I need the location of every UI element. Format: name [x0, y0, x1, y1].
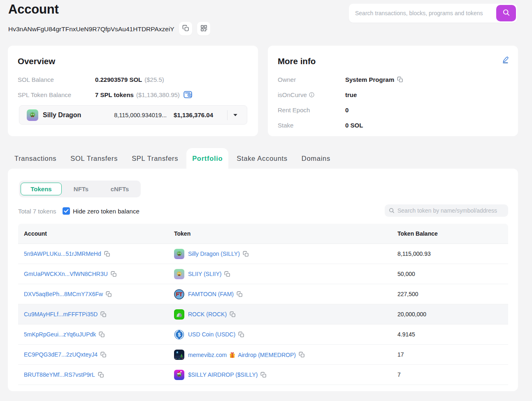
token-link[interactable]: USD Coin (USDC): [188, 331, 235, 338]
copy-account-icon[interactable]: [106, 291, 112, 297]
copy-account-icon[interactable]: [104, 251, 110, 257]
copy-token-icon[interactable]: [230, 311, 236, 318]
tab-domains[interactable]: Domains: [296, 148, 336, 169]
copy-icon: [182, 25, 189, 33]
token-icon-famtoon: FT: [174, 289, 184, 299]
account-link[interactable]: Cu9MAyHFLf...mFFFTPi35D: [24, 311, 98, 318]
account-address: Hv3nANwFgU84grTFnxUeN9R7QfpVsAu41HTDRPAx…: [8, 25, 174, 33]
copy-account-icon[interactable]: [100, 352, 107, 358]
isoncurve-value: true: [345, 91, 357, 98]
column-header-token-balance: Token Balance: [392, 230, 508, 237]
tab-transactions[interactable]: Transactions: [9, 148, 62, 169]
qr-code-icon: [200, 25, 207, 33]
copy-token-icon[interactable]: [260, 372, 267, 378]
token-balance-value: 7: [397, 371, 401, 378]
wallet-icon[interactable]: [184, 91, 192, 98]
tab-portfolio[interactable]: Portfolio: [186, 148, 228, 169]
token-search: [385, 204, 508, 217]
token-icon-silly_airdrop: [174, 370, 184, 380]
subtab-cnfts[interactable]: cNFTs: [100, 183, 139, 195]
qr-code-button[interactable]: [197, 22, 210, 35]
copy-account-icon[interactable]: [99, 331, 105, 338]
chevron-down-icon: [228, 114, 243, 117]
tab-sol-transfers[interactable]: SOL Transfers: [65, 148, 123, 169]
stake-value: 0 SOL: [345, 122, 363, 129]
copy-token-icon[interactable]: [243, 251, 249, 257]
more-info-card: More info Owner System Program isOnCurve…: [268, 46, 518, 136]
token-selector-amount: 8,115,000.934019...: [114, 112, 167, 118]
token-balance-value: 227,500: [397, 291, 418, 297]
hide-zero-label: Hide zero token balance: [73, 208, 139, 215]
column-header-account: Account: [18, 230, 168, 237]
spl-token-balance-usd: ($1,136,380.95): [136, 91, 180, 98]
overview-title: Overview: [18, 56, 55, 66]
token-icon-usdc: $: [174, 329, 184, 340]
subtab-nfts[interactable]: NFTs: [62, 183, 100, 195]
hide-zero-checkbox[interactable]: [63, 207, 70, 215]
token-balance-value: 8,115,000.93: [397, 250, 431, 257]
account-link[interactable]: BRUT88eYMf...RS7vstP9rL: [24, 371, 95, 378]
portfolio-panel: TokensNFTscNFTs Total 7 tokens Hide zero…: [8, 169, 518, 391]
copy-token-icon[interactable]: [299, 352, 305, 358]
token-link[interactable]: FAMTOON (FAM): [188, 291, 234, 297]
svg-text:$: $: [178, 331, 181, 337]
token-link[interactable]: $SILLY AIRDROP ($SILLY): [188, 371, 258, 378]
token-balance-value: 50,000: [397, 271, 415, 277]
isoncurve-label: isOnCurve: [278, 91, 345, 98]
account-link[interactable]: DXV5aqBePh...8MCmY7X6Fw: [24, 291, 103, 297]
table-row: GmUaPWCKXn...VfWN8CHR3USLIIY (SLIIY)50,0…: [18, 264, 508, 284]
account-page: Account Hv3nANwFgU84grTFnxUeN9R7QfpVsAu4…: [0, 0, 532, 401]
sol-balance-value: 0.22903579 SOL: [95, 76, 142, 83]
global-search: [349, 4, 517, 23]
copy-account-icon[interactable]: [98, 372, 104, 378]
owner-label: Owner: [278, 76, 345, 83]
copy-account-icon[interactable]: [111, 271, 117, 277]
table-row: 5mKpRpGeui...zYq6uJUPdk$USD Coin (USDC)4…: [18, 325, 508, 345]
copy-token-icon[interactable]: [237, 291, 243, 297]
copy-token-icon[interactable]: [238, 331, 244, 338]
token-selector-name: Silly Dragon: [43, 111, 81, 119]
table-row: EC9PQG3dE7...2zUQxteyJ4memevibz.comAirdr…: [18, 345, 508, 365]
token-table: Account Token Token Balance 5n9AWPLUKu..…: [18, 224, 508, 385]
token-selector-usd: $1,136,376.04: [174, 111, 213, 118]
page-title: Account: [8, 0, 59, 19]
svg-text:FT: FT: [176, 291, 183, 297]
account-link[interactable]: EC9PQG3dE7...2zUQxteyJ4: [24, 351, 98, 358]
sol-balance-usd: ($25.5): [144, 76, 164, 83]
copy-account-icon[interactable]: [100, 311, 107, 318]
more-info-title: More info: [278, 56, 316, 66]
copy-owner-icon[interactable]: [397, 76, 403, 83]
account-link[interactable]: GmUaPWCKXn...VfWN8CHR3U: [24, 271, 108, 277]
token-link[interactable]: Silly Dragon (SILLY): [188, 250, 240, 257]
main-tabs: TransactionsSOL TransfersSPL TransfersPo…: [9, 148, 336, 169]
total-tokens-label: Total 7 tokens: [18, 208, 56, 215]
edit-icon[interactable]: [502, 56, 509, 64]
portfolio-subtabs: TokensNFTscNFTs: [19, 181, 141, 197]
token-balance-value: 17: [397, 351, 404, 358]
account-link[interactable]: 5n9AWPLUKu...51rJMRMeHd: [24, 250, 101, 257]
global-search-button[interactable]: [496, 5, 516, 21]
token-link[interactable]: memevibz.comAirdrop (MEMEDROP): [188, 351, 296, 358]
tab-spl-transfers[interactable]: SPL Transfers: [126, 148, 184, 169]
tab-stake-accounts[interactable]: Stake Accounts: [231, 148, 293, 169]
token-balance-value: 4.9145: [397, 331, 415, 338]
table-row: DXV5aqBePh...8MCmY7X6FwFTFAMTOON (FAM)22…: [18, 284, 508, 304]
token-selector-dropdown[interactable]: Silly Dragon 8,115,000.934019... $1,136,…: [19, 105, 247, 125]
copy-address-button[interactable]: [179, 22, 192, 35]
account-link[interactable]: 5mKpRpGeui...zYq6uJUPdk: [24, 331, 96, 338]
token-link[interactable]: SLIIY (SLIIY): [188, 271, 221, 277]
column-header-token: Token: [168, 230, 392, 237]
owner-link[interactable]: System Program: [345, 76, 394, 83]
info-icon[interactable]: [309, 92, 314, 97]
subtab-tokens[interactable]: Tokens: [21, 183, 62, 195]
token-icon-memevibz: [174, 350, 184, 360]
stake-label: Stake: [278, 122, 345, 129]
copy-token-icon[interactable]: [224, 271, 230, 277]
token-search-input[interactable]: [385, 204, 508, 217]
table-row: 5n9AWPLUKu...51rJMRMeHdSilly Dragon (SIL…: [18, 244, 508, 264]
token-icon-rock: [174, 309, 184, 320]
hide-zero-toggle[interactable]: Hide zero token balance: [63, 207, 139, 215]
table-row: BRUT88eYMf...RS7vstP9rL$SILLY AIRDROP ($…: [18, 365, 508, 385]
token-link[interactable]: ROCK (ROCK): [188, 311, 227, 318]
global-search-input[interactable]: [349, 4, 493, 23]
